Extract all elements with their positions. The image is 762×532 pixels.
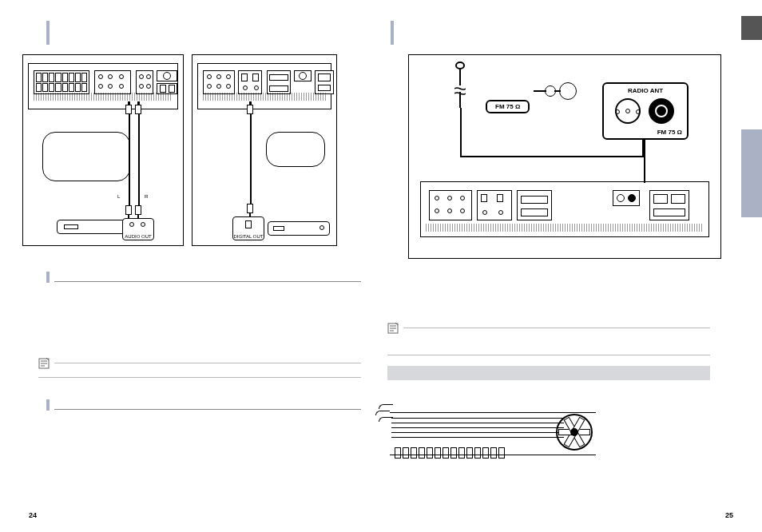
leader-line-ant bbox=[644, 140, 645, 183]
fm-75-badge: FM 75 Ω bbox=[486, 100, 530, 113]
jack-aux1 bbox=[119, 74, 124, 79]
callout-bubble-analog bbox=[42, 132, 130, 181]
rear-panel-large bbox=[420, 181, 709, 237]
vent-lines-2 bbox=[203, 93, 326, 101]
radio-ant-small bbox=[157, 70, 177, 81]
terminal-slots bbox=[395, 447, 538, 460]
audio-out-label: AUDIO OUT bbox=[123, 234, 153, 239]
ant-jack-inner bbox=[625, 109, 630, 113]
opt-plug-bot bbox=[247, 204, 253, 213]
jack-r-in bbox=[108, 74, 113, 79]
jack-block-2a bbox=[203, 70, 235, 94]
ant-cable-v1 bbox=[460, 108, 462, 156]
hdmi-block-large bbox=[517, 190, 552, 220]
ant-jack-plugged bbox=[649, 98, 674, 124]
section-rule-2 bbox=[54, 409, 361, 410]
hdmi-block bbox=[267, 70, 291, 94]
section-accent-bar-3 bbox=[46, 399, 50, 411]
plug-top-r bbox=[135, 105, 141, 114]
cooling-fan-diagram bbox=[390, 406, 597, 463]
antenna-break-icon bbox=[454, 84, 466, 92]
ant-cable-h bbox=[460, 156, 644, 157]
page-edge-tab-light bbox=[741, 129, 762, 217]
antenna-stem bbox=[459, 69, 461, 85]
coax-plug-pin bbox=[554, 90, 561, 92]
vent-lines bbox=[34, 93, 173, 101]
section-accent-bar-right bbox=[391, 21, 394, 45]
jack-l-out bbox=[98, 84, 103, 89]
fm-75-text: FM 75 bbox=[495, 103, 514, 110]
av-block bbox=[136, 70, 153, 94]
radio-ant-callout: RADIO ANT FM 75 Ω bbox=[602, 82, 689, 140]
digital-in-block bbox=[238, 70, 262, 94]
opt-plug-top bbox=[247, 105, 253, 114]
section-rule-1 bbox=[54, 281, 361, 282]
note-rule-right-top bbox=[403, 328, 710, 328]
plug-bot-l bbox=[125, 205, 132, 215]
page-number-left: 24 bbox=[29, 511, 37, 519]
ant-block-small bbox=[294, 70, 312, 81]
page-edge-tab-dark bbox=[741, 16, 762, 40]
plug-top-l bbox=[125, 105, 132, 114]
av-jack-block bbox=[429, 190, 472, 220]
plug-bot-r bbox=[135, 205, 141, 215]
audio-out-panel: AUDIO OUT bbox=[122, 218, 154, 240]
note-rule-bottom bbox=[38, 377, 361, 378]
fm-75-unit: Ω bbox=[515, 103, 520, 110]
vent-lines-large bbox=[426, 224, 704, 232]
left-diagram-row: L R AUDIO OUT bbox=[22, 54, 359, 246]
fan-icon bbox=[556, 414, 593, 451]
plug-r-label: R bbox=[145, 194, 148, 199]
digital-out-panel: DIGITAL OUT bbox=[232, 216, 264, 240]
digital-block-large bbox=[477, 190, 512, 220]
section-accent-bar-2 bbox=[46, 272, 50, 283]
analog-audio-diagram: L R AUDIO OUT bbox=[22, 54, 184, 246]
coax-plug-ring bbox=[559, 82, 577, 100]
radio-ant-on-panel bbox=[613, 190, 640, 206]
jack-r-out bbox=[108, 84, 113, 89]
power-block-large bbox=[649, 190, 689, 220]
page-number-right: 25 bbox=[725, 511, 733, 519]
aux-jack-block bbox=[94, 70, 131, 94]
power-block bbox=[315, 70, 334, 94]
radio-ant-sub: FM 75 Ω bbox=[657, 129, 682, 136]
note-icon bbox=[38, 358, 50, 369]
cable-right bbox=[138, 101, 140, 213]
speaker-terminal-block bbox=[34, 70, 89, 94]
fm-antenna-diagram: FM 75 Ω RADIO ANT bbox=[408, 54, 721, 259]
rear-panel-illustration bbox=[28, 63, 178, 109]
cable-left bbox=[129, 101, 130, 213]
jack-aux2 bbox=[119, 84, 124, 89]
antenna-stem-2 bbox=[459, 92, 461, 108]
callout-bubble-optical bbox=[266, 132, 325, 167]
ant-jack-outer bbox=[615, 98, 641, 124]
radio-ant-title: RADIO ANT bbox=[607, 87, 684, 94]
note-rule-top bbox=[54, 363, 361, 363]
section-accent-bar-left bbox=[46, 21, 50, 45]
jack-l-in bbox=[98, 74, 103, 79]
rear-panel-illustration-2 bbox=[197, 63, 331, 109]
coax-lead bbox=[534, 90, 546, 92]
highlight-band bbox=[387, 366, 710, 380]
optical-cable bbox=[250, 101, 252, 212]
plug-l-label: L bbox=[117, 194, 120, 199]
note-rule-right-bottom bbox=[387, 355, 710, 355]
external-device-box-2 bbox=[268, 221, 330, 236]
digital-out-label: DIGITAL OUT bbox=[233, 234, 264, 239]
note-icon-right bbox=[387, 323, 399, 334]
antenna-tip bbox=[455, 62, 465, 69]
optical-audio-diagram: DIGITAL OUT bbox=[192, 54, 337, 246]
